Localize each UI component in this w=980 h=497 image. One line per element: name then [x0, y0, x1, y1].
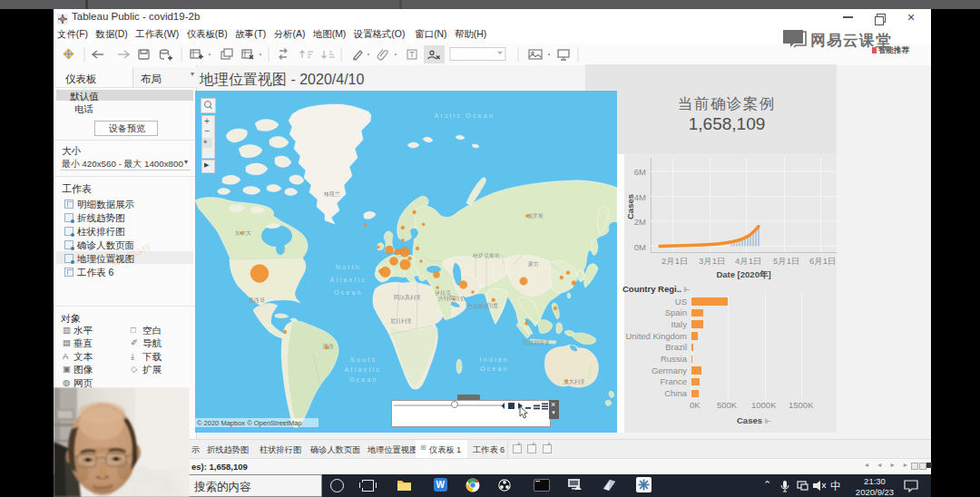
svg-text:伊拉克: 伊拉克 [435, 289, 451, 297]
svg-text:尼日利亚: 尼日利亚 [390, 317, 412, 325]
svg-text:Ocean: Ocean [349, 376, 378, 383]
svg-text:沙特阿拉伯: 沙特阿拉伯 [437, 296, 466, 302]
svg-text:Atlantic: Atlantic [330, 277, 368, 283]
svg-text:Arctic Ocean: Arctic Ocean [435, 112, 495, 119]
svg-text:South: South [350, 356, 377, 363]
svg-text:阿尔及利亚: 阿尔及利亚 [394, 294, 421, 301]
svg-text:Indian: Indian [480, 356, 509, 363]
svg-text:Atlantic: Atlantic [345, 366, 382, 373]
svg-text:墨西哥: 墨西哥 [248, 297, 265, 304]
svg-text:印度尼西亚: 印度尼西亚 [523, 339, 550, 346]
svg-text:North: North [336, 264, 361, 270]
svg-text:哈萨克斯坦: 哈萨克斯坦 [473, 252, 500, 259]
svg-text:俄罗斯: 俄罗斯 [527, 213, 544, 219]
svg-text:Ocean: Ocean [480, 365, 509, 372]
svg-text:格陵兰: 格陵兰 [323, 190, 340, 198]
svg-text:Ocean: Ocean [334, 289, 363, 296]
svg-text:加拿大: 加拿大 [235, 229, 251, 236]
svg-text:蒙古: 蒙古 [528, 261, 539, 268]
svg-text:中: 中 [830, 480, 841, 492]
svg-text:巴基斯坦: 巴基斯坦 [467, 304, 489, 309]
